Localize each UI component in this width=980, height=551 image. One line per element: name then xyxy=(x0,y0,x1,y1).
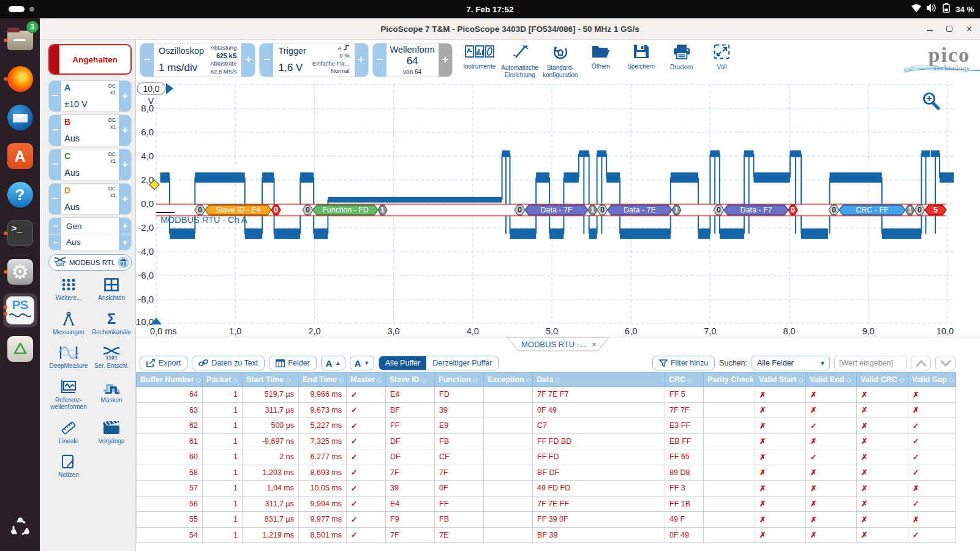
column-header-master[interactable]: Master◇ xyxy=(347,373,386,387)
column-header-function[interactable]: Function◇ xyxy=(435,373,484,387)
timebase-minus-button[interactable]: − xyxy=(140,43,154,77)
column-header-exception[interactable]: Exception◇ xyxy=(484,373,533,387)
trash-icon[interactable] xyxy=(118,257,129,268)
dock-item-terminal[interactable]: >_ xyxy=(3,216,37,250)
export-button[interactable]: Export xyxy=(140,356,187,370)
table-row[interactable]: 5811,203 ms8,693 ms✓7F7FBF DF89 D8✗✗✗✓ xyxy=(137,465,956,481)
search-field-select[interactable]: Alle Felder ▼ xyxy=(752,356,830,370)
channel-c-minus-button[interactable]: − xyxy=(49,149,61,180)
table-row[interactable]: 621500 ps5,227 ms✓FFE9C7E3 FF✗✓✗✓ xyxy=(137,418,956,434)
dock-item-settings[interactable]: ⚙ xyxy=(3,255,37,289)
column-header-parity-check[interactable]: Parity Check◇ xyxy=(704,373,755,387)
font-decrease-button[interactable]: A▼ xyxy=(350,356,374,370)
table-row[interactable]: 5711,04 ms10,05 ms✓390F49 FD FDFF 3✗✗✗✗ xyxy=(137,481,956,497)
timebase-title[interactable]: Oszilloskop xyxy=(159,46,204,56)
gen-label[interactable]: Gen xyxy=(61,218,119,234)
tool-ser-entschl-[interactable]: 1101Ser. Entschl. xyxy=(91,345,132,370)
channel-card-c[interactable]: −CDCx1Aus+ xyxy=(48,149,132,181)
column-header-buffer-number[interactable]: Buffer Number◇ xyxy=(137,373,203,387)
trigger-minus-button[interactable]: − xyxy=(260,43,273,77)
toolbar-button-standard-konfiguration[interactable]: Standard-konfiguration xyxy=(541,40,580,79)
channel-a-plus-button[interactable]: + xyxy=(119,81,131,111)
gen-minus-button[interactable]: − xyxy=(49,218,61,234)
waveform-plus-button[interactable]: + xyxy=(439,43,452,77)
channel-card-d[interactable]: −DDCx1Aus+ xyxy=(48,183,132,215)
dock-item-files[interactable]: 3 xyxy=(3,23,37,58)
system-tray[interactable]: 34 % xyxy=(911,3,974,15)
current-buffer-option[interactable]: Derzeitiger Puffer xyxy=(426,356,498,370)
decode-segment[interactable]: Data - F7 xyxy=(724,205,788,215)
search-input[interactable] xyxy=(834,356,907,370)
trigger-title[interactable]: Trigger xyxy=(278,46,306,56)
decode-segment[interactable]: Data - 7F xyxy=(525,205,588,215)
gen-state-plus-button[interactable]: + xyxy=(119,234,131,250)
tool-notizen[interactable]: Notizen xyxy=(48,454,89,479)
search-prev-button[interactable] xyxy=(911,356,931,370)
view-tab-close-icon[interactable]: × xyxy=(592,340,597,349)
all-buffers-option[interactable]: Alle Puffer xyxy=(379,356,426,370)
table-row[interactable]: 561311,7 µs9,994 ms✓E4FF7F 7E FFFF 1B✗✗✗… xyxy=(137,496,956,512)
timebase-value[interactable]: 1 ms/div xyxy=(159,62,204,74)
toolbar-button-automatische-einrichtung[interactable]: Automatische Einrichtung xyxy=(500,40,540,79)
fields-button[interactable]: Felder xyxy=(269,356,316,370)
tool-masken[interactable]: Masken xyxy=(91,379,132,411)
dock-item-ubuntu-software[interactable]: A xyxy=(3,139,37,173)
column-header-valid-crc[interactable]: Valid CRC◇ xyxy=(857,373,908,387)
font-increase-button[interactable]: A▲ xyxy=(321,356,345,370)
dock-item-thunderbird[interactable] xyxy=(3,100,37,135)
stop-button[interactable]: Angehalten xyxy=(48,44,132,75)
dock-item-help[interactable]: ? xyxy=(3,178,37,212)
decode-segment[interactable]: Slave ID - E4 xyxy=(205,205,271,215)
channel-card-b[interactable]: −BDCx1Aus+ xyxy=(48,114,132,146)
minimize-button[interactable] xyxy=(927,26,933,31)
scope-view[interactable]: 8,06,04,02,00,0-2,0-4,0-6,0-8,0-10,010,0… xyxy=(136,80,980,337)
table-row[interactable]: 5411,219 ms8,501 ms✓7F7EBF 390F 49✗✗✗✓ xyxy=(137,527,956,543)
tool-vorgänge[interactable]: Vorgänge xyxy=(91,420,132,445)
decoder-channel-label[interactable]: MODBUS RTU - Ch A xyxy=(160,215,247,225)
titlebar[interactable]: PicoScope 7 T&M - PicoScope 3403D [FO534… xyxy=(40,18,980,40)
toolbar-button-instrumente[interactable]: Instrumente xyxy=(460,40,499,70)
gen-state-minus-button[interactable]: − xyxy=(49,234,61,250)
column-header-end-time[interactable]: End Time◇ xyxy=(299,373,347,387)
column-header-valid-start[interactable]: Valid Start◇ xyxy=(755,373,806,387)
toolbar-button-öffnen[interactable]: Öffnen xyxy=(581,40,620,70)
channel-b-minus-button[interactable]: − xyxy=(49,115,61,146)
column-header-data[interactable]: Data◇ xyxy=(533,373,665,387)
column-header-slave-id[interactable]: Slave ID◇ xyxy=(386,373,435,387)
channel-c-plus-button[interactable]: + xyxy=(119,149,131,180)
toolbar-button-drucken[interactable]: Drucken xyxy=(662,40,701,71)
column-header-start-time[interactable]: Start Time◇ xyxy=(243,373,299,387)
data-to-text-button[interactable]: Daten zu Text xyxy=(192,356,265,370)
waveform-index[interactable]: 64 xyxy=(407,55,418,67)
search-next-button[interactable] xyxy=(935,356,956,370)
dock-item-firefox[interactable] xyxy=(3,62,37,96)
tool-referenz-wellenformen[interactable]: Referenz- wellenformen xyxy=(48,379,89,411)
toolbar-button-speichern[interactable]: Speichern xyxy=(622,40,661,70)
dock-item-trash[interactable] xyxy=(3,332,37,366)
channel-d-plus-button[interactable]: + xyxy=(119,184,131,214)
decode-segment[interactable]: 5 xyxy=(925,205,946,215)
gen-state[interactable]: Aus xyxy=(61,234,119,250)
channel-d-minus-button[interactable]: − xyxy=(49,184,61,214)
maximize-button[interactable] xyxy=(946,26,952,32)
view-tab-modbus[interactable]: MODBUS RTU -...× xyxy=(506,337,610,352)
decode-segment[interactable]: Function - FD xyxy=(313,205,378,215)
close-button[interactable]: ✕ xyxy=(966,25,973,33)
trigger-value[interactable]: 1,6 V xyxy=(278,62,306,74)
dock-item-show-apps[interactable] xyxy=(3,511,37,545)
tool-messungen[interactable]: Messungen xyxy=(48,311,89,336)
column-header-valid-gap[interactable]: Valid Gap◇ xyxy=(908,373,956,387)
channel-a-minus-button[interactable]: − xyxy=(49,81,61,111)
decode-segment[interactable]: CRC - FF xyxy=(839,205,905,215)
clock[interactable]: 7. Feb 17:52 xyxy=(0,5,980,14)
column-header-valid-end[interactable]: Valid End◇ xyxy=(806,373,857,387)
timebase-plus-button[interactable]: + xyxy=(241,43,255,77)
trigger-plus-button[interactable]: + xyxy=(355,43,368,77)
scope-plot[interactable]: 8,06,04,02,00,0-2,0-4,0-6,0-8,0-10,010,0… xyxy=(136,80,956,337)
column-header-packet[interactable]: Packet◇ xyxy=(203,373,243,387)
table-row[interactable]: 551831,7 µs9,977 ms✓F9FBFF 39 0F49 F✗✗✗✗ xyxy=(137,512,956,528)
channel-b-plus-button[interactable]: + xyxy=(119,115,131,146)
decoder-pill[interactable]: 1101 MODBUS RTU - C xyxy=(48,254,132,271)
tool-ansichten[interactable]: Ansichten xyxy=(91,277,132,302)
decode-segment[interactable]: Data - 7E xyxy=(608,205,672,215)
